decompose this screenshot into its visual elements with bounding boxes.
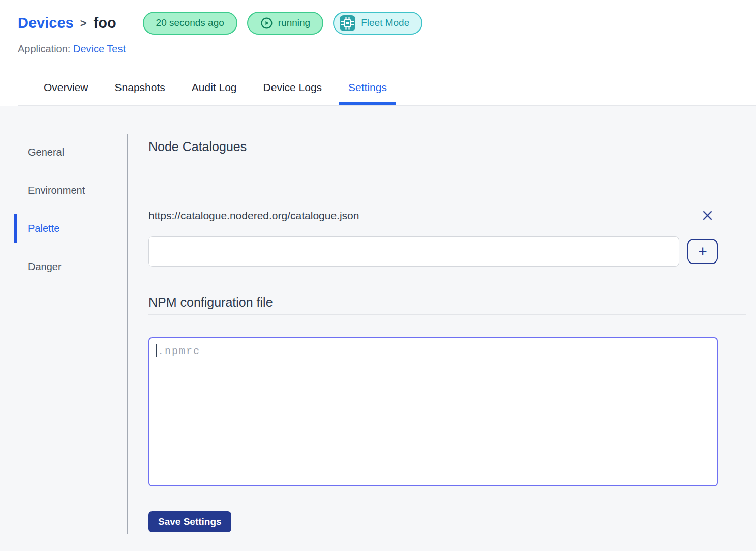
fleet-mode-label: Fleet Mode — [361, 17, 409, 28]
add-catalogue-row: + — [148, 236, 718, 267]
application-row: Application: Device Test — [18, 43, 756, 55]
catalogue-area: https://catalogue.nodered.org/catalogue.… — [148, 208, 718, 267]
breadcrumb-devices-link[interactable]: Devices — [18, 15, 74, 32]
node-catalogues-title: Node Catalogues — [148, 139, 746, 159]
tab-device-logs[interactable]: Device Logs — [254, 81, 331, 105]
npm-config-wrap — [148, 337, 718, 486]
device-tabs: Overview Snapshots Audit Log Device Logs… — [18, 81, 756, 106]
title-row: Devices > foo 20 seconds ago running — [18, 11, 756, 35]
plus-icon: + — [698, 244, 707, 259]
sidebar-item-danger[interactable]: Danger — [14, 252, 127, 281]
breadcrumb-separator-icon: > — [80, 16, 87, 30]
sidebar-divider — [127, 134, 128, 534]
catalogue-entry-row: https://catalogue.nodered.org/catalogue.… — [148, 208, 718, 223]
application-link[interactable]: Device Test — [73, 43, 126, 54]
tab-settings[interactable]: Settings — [339, 81, 396, 105]
chip-icon — [339, 15, 356, 32]
tab-snapshots[interactable]: Snapshots — [106, 81, 174, 105]
device-badges: 20 seconds ago running — [143, 12, 423, 35]
tab-overview[interactable]: Overview — [35, 81, 98, 105]
sidebar-item-general[interactable]: General — [14, 138, 127, 167]
last-seen-badge: 20 seconds ago — [143, 12, 237, 35]
text-caret — [156, 344, 157, 357]
remove-catalogue-button[interactable] — [700, 208, 715, 223]
last-seen-label: 20 seconds ago — [156, 17, 224, 28]
close-icon — [701, 209, 714, 222]
palette-settings-panel: Node Catalogues https://catalogue.nodere… — [127, 106, 756, 551]
catalogue-url: https://catalogue.nodered.org/catalogue.… — [148, 210, 359, 222]
breadcrumb-device-name: foo — [94, 15, 116, 32]
page-header: Devices > foo 20 seconds ago running — [0, 0, 756, 106]
new-catalogue-input[interactable] — [148, 236, 679, 267]
npm-config-textarea[interactable] — [148, 337, 718, 486]
add-catalogue-button[interactable]: + — [687, 239, 718, 264]
sidebar-item-environment[interactable]: Environment — [14, 176, 127, 205]
save-settings-button[interactable]: Save Settings — [148, 511, 231, 532]
application-label: Application: — [18, 43, 70, 54]
npm-config-title: NPM configuration file — [148, 295, 746, 315]
sidebar-item-palette[interactable]: Palette — [14, 214, 127, 243]
settings-sidebar: General Environment Palette Danger — [0, 106, 127, 551]
play-circle-icon — [260, 17, 273, 30]
tab-audit-log[interactable]: Audit Log — [183, 81, 246, 105]
status-badge: running — [247, 12, 323, 35]
fleet-mode-badge: Fleet Mode — [333, 12, 422, 35]
settings-content: General Environment Palette Danger Node … — [0, 106, 756, 551]
status-label: running — [278, 17, 310, 28]
